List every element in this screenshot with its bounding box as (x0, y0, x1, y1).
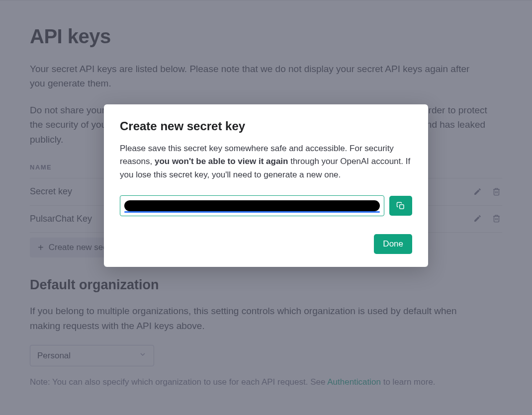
secret-key-field[interactable] (120, 195, 384, 216)
copy-icon (396, 201, 405, 210)
copy-button[interactable] (389, 196, 412, 216)
selection-underline (124, 211, 380, 213)
modal-overlay[interactable]: Create new secret key Please save this s… (0, 0, 532, 415)
svg-rect-0 (400, 205, 404, 209)
create-key-modal: Create new secret key Please save this s… (104, 104, 428, 267)
secret-key-value-redacted (124, 200, 380, 211)
modal-description: Please save this secret key somewhere sa… (120, 142, 412, 181)
modal-title: Create new secret key (120, 119, 412, 133)
done-button[interactable]: Done (374, 234, 412, 254)
